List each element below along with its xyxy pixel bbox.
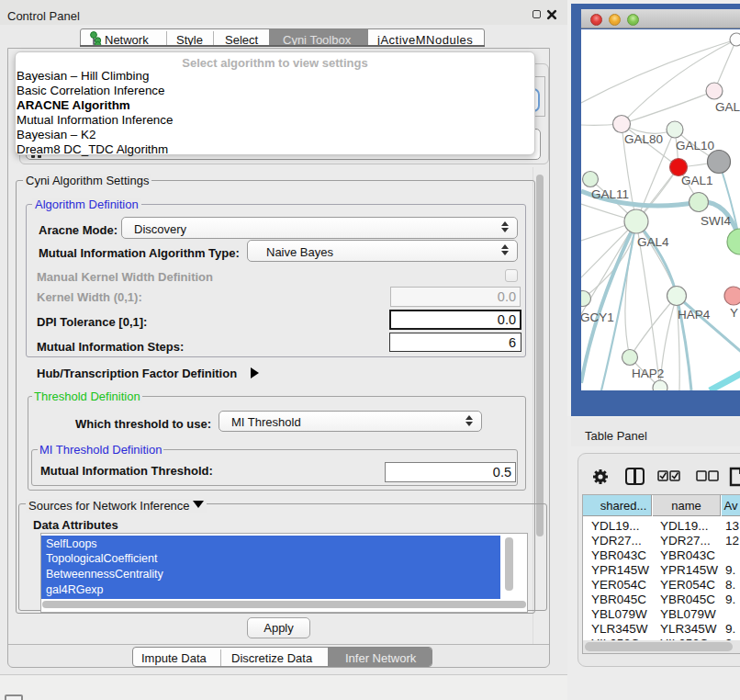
svg-text:HAP2: HAP2: [632, 367, 664, 380]
svg-text:GAL4: GAL4: [637, 235, 669, 249]
svg-text:GCY1: GCY1: [581, 310, 614, 324]
svg-text:GAL10: GAL10: [676, 139, 714, 152]
svg-text:GAL80: GAL80: [624, 132, 663, 146]
svg-text:GAL11: GAL11: [591, 187, 629, 201]
svg-text:GAL: GAL: [715, 100, 740, 114]
svg-text:HAP4: HAP4: [678, 308, 711, 322]
svg-text:GAL1: GAL1: [681, 174, 713, 187]
svg-text:Y: Y: [730, 306, 738, 320]
svg-text:SWI4: SWI4: [701, 214, 731, 228]
